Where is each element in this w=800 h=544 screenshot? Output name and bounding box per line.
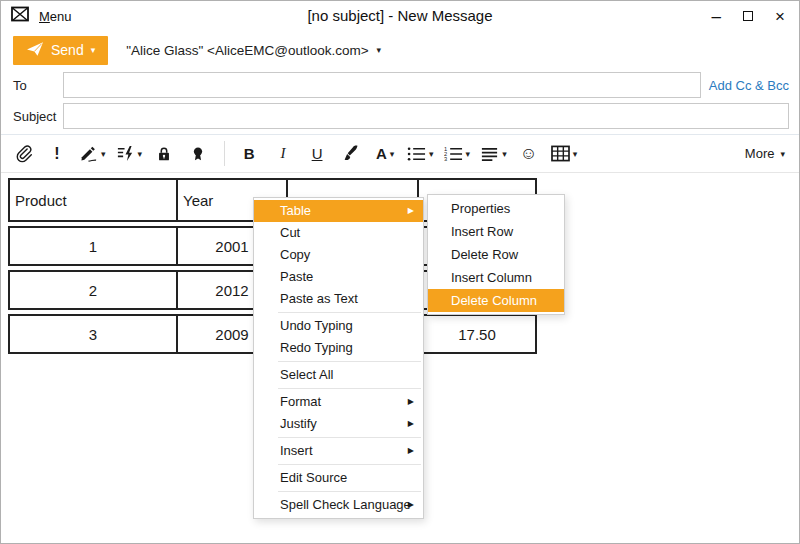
menu-separator [278,312,421,313]
submenu-arrow-icon: ▶ [408,200,414,222]
send-row: Send ▾ "Alice Glass" <AliceEMC@outlook.c… [1,31,799,69]
submenu-item-insert-row[interactable]: Insert Row [428,220,564,243]
format-painter-icon[interactable] [339,140,363,168]
svg-text:3: 3 [444,156,447,162]
menu-item-edit-source[interactable]: Edit Source [254,467,423,489]
menu-button[interactable]: Menu [39,9,72,24]
menu-item-copy[interactable]: Copy [254,244,423,266]
subject-input[interactable] [63,103,789,129]
table-cell[interactable]: 1 [8,226,178,266]
submenu-arrow-icon: ▶ [408,440,414,462]
font-color-icon[interactable]: A ▾ [373,140,397,168]
more-label: More [745,146,775,161]
attach-icon[interactable] [11,140,35,168]
submenu-item-properties[interactable]: Properties [428,197,564,220]
to-input[interactable] [63,72,701,98]
sign-badge-icon[interactable] [186,140,210,168]
new-message-window: [no subject] - New Message Menu – × Send… [0,0,800,544]
table-icon[interactable]: ▾ [551,140,578,168]
chevron-down-icon: ▾ [390,149,395,159]
chevron-down-icon: ▾ [138,149,143,159]
quick-text-icon[interactable]: ▾ [116,140,143,168]
signature-icon[interactable]: ▾ [79,140,106,168]
chevron-down-icon: ▾ [377,45,382,55]
menu-item-format[interactable]: Format ▶ [254,391,423,413]
submenu-item-insert-column[interactable]: Insert Column [428,266,564,289]
bullet-list-icon[interactable]: ▾ [407,140,434,168]
window-title: [no subject] - New Message [1,1,799,31]
chevron-down-icon: ▾ [101,149,106,159]
underline-icon[interactable]: U [305,140,329,168]
submenu-item-delete-row[interactable]: Delete Row [428,243,564,266]
bold-icon[interactable]: B [237,140,261,168]
importance-icon[interactable]: ! [45,140,69,168]
table-cell[interactable]: 3 [8,314,178,354]
menu-separator [278,361,421,362]
chevron-down-icon: ▾ [573,149,578,159]
numbered-list-icon[interactable]: 123 ▾ [444,140,471,168]
table-header-cell[interactable]: Product [8,178,178,222]
context-menu: Table ▶ Cut Copy Paste Paste as Text Und… [253,197,424,519]
formatting-toolbar: ! ▾ ▾ B I U A ▾ ▾ 123 ▾ [1,134,799,173]
menu-separator [278,388,421,389]
chevron-down-icon: ▾ [466,149,471,159]
more-button[interactable]: More ▾ [745,146,785,161]
minimize-icon[interactable]: – [712,8,721,25]
chevron-down-icon: ▾ [429,149,434,159]
table-cell[interactable]: 17.50 [419,314,537,354]
chevron-down-icon: ▾ [502,149,507,159]
from-account-selector[interactable]: "Alice Glass" <AliceEMC@outlook.com> ▾ [126,43,381,58]
emoticon-icon[interactable]: ☺ [517,140,541,168]
menu-item-undo-typing[interactable]: Undo Typing [254,315,423,337]
table-cell[interactable]: 2 [8,270,178,310]
encrypt-lock-icon[interactable] [152,140,176,168]
chevron-down-icon: ▾ [91,45,96,55]
menu-item-justify[interactable]: Justify ▶ [254,413,423,435]
submenu-item-delete-column[interactable]: Delete Column [428,289,564,312]
from-account-label: "Alice Glass" <AliceEMC@outlook.com> [126,43,368,58]
align-icon[interactable]: ▾ [480,140,507,168]
italic-icon[interactable]: I [271,140,295,168]
menu-item-paste-as-text[interactable]: Paste as Text [254,288,423,310]
add-cc-bcc-link[interactable]: Add Cc & Bcc [701,78,789,93]
to-row: To Add Cc & Bcc [1,70,799,100]
menu-item-table[interactable]: Table ▶ [254,200,423,222]
close-icon[interactable]: × [775,8,785,25]
paper-plane-icon [26,41,44,60]
menu-item-paste[interactable]: Paste [254,266,423,288]
chevron-down-icon: ▾ [780,149,785,159]
subject-label: Subject [13,109,63,124]
maximize-icon[interactable] [743,11,753,21]
subject-row: Subject [1,101,799,131]
submenu-arrow-icon: ▶ [408,391,414,413]
submenu-arrow-icon: ▶ [408,413,414,435]
to-label: To [13,78,63,93]
menu-item-insert[interactable]: Insert ▶ [254,440,423,462]
menu-item-select-all[interactable]: Select All [254,364,423,386]
table-submenu: Properties Insert Row Delete Row Insert … [427,194,565,315]
menu-separator [278,437,421,438]
submenu-arrow-icon: ▶ [408,494,414,516]
envelope-icon [11,6,29,26]
menu-item-redo-typing[interactable]: Redo Typing [254,337,423,359]
menu-separator [278,464,421,465]
send-button-label: Send [51,42,84,58]
titlebar: [no subject] - New Message Menu – × [1,1,799,31]
toolbar-divider [224,141,225,166]
menu-separator [278,491,421,492]
send-button[interactable]: Send ▾ [13,36,108,65]
menu-item-spell-check-language[interactable]: Spell Check Language ▶ [254,494,423,516]
menu-item-cut[interactable]: Cut [254,222,423,244]
